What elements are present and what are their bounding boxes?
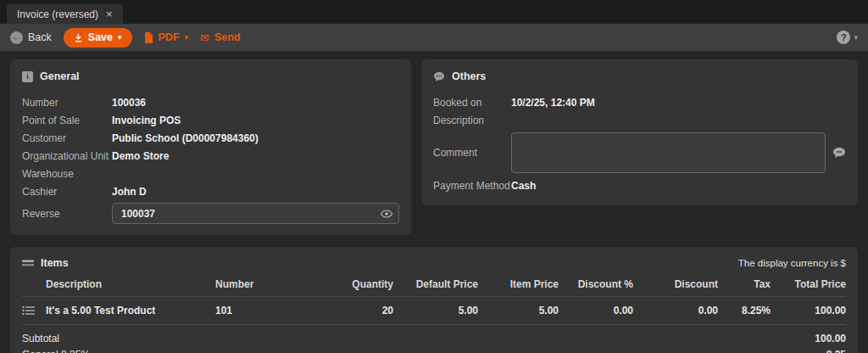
cell-discount-pct: 0.00: [559, 305, 633, 317]
tax-total-label: General 8.25%: [22, 349, 427, 353]
comment-textarea[interactable]: [511, 132, 826, 173]
cell-item-price: 5.00: [478, 305, 559, 317]
column-description: Description: [46, 278, 215, 290]
reverse-input[interactable]: [112, 203, 399, 224]
tax-total-row: General 8.25% 8.25: [22, 346, 846, 353]
general-panel-header: i General: [22, 70, 399, 82]
chevron-down-icon: ▾: [118, 34, 122, 42]
items-panel: Items The display currency is $ Descript…: [10, 247, 858, 353]
chevron-down-icon: ▾: [854, 33, 858, 42]
cell-quantity: 20: [292, 305, 393, 317]
others-panel-title: Others: [452, 70, 486, 82]
field-label: Warehouse: [22, 168, 112, 180]
save-label: Save: [88, 31, 113, 43]
send-button[interactable]: ✉ Send: [200, 31, 240, 44]
list-lines-icon: [22, 260, 34, 267]
column-tax: Tax: [718, 278, 771, 290]
field-value: Public School (D00007984360): [112, 132, 259, 144]
column-total-price: Total Price: [771, 278, 846, 290]
column-quantity: Quantity: [292, 278, 393, 290]
column-number: Number: [215, 278, 292, 290]
field-point-of-sale: Point of Sale Invoicing POS: [22, 111, 399, 129]
column-discount: Discount: [633, 278, 718, 290]
items-panel-title: Items: [41, 257, 69, 269]
field-label: Description: [433, 115, 511, 126]
items-column-headers: Description Number Quantity Default Pric…: [22, 274, 846, 297]
items-title-wrap: Items: [22, 257, 69, 269]
comment-bubble-icon[interactable]: [832, 147, 846, 159]
column-item-price: Item Price: [478, 278, 559, 290]
back-arrow-icon: ←: [10, 31, 23, 44]
items-panel-header: Items The display currency is $: [22, 257, 846, 269]
download-icon: [74, 33, 83, 42]
field-customer: Customer Public School (D00007984360): [22, 129, 399, 147]
field-value: 100036: [112, 97, 146, 109]
top-row: i General Number 100036 Point of Sale In…: [10, 59, 858, 235]
toolbar: ← Back Save ▾ PDF ▾ ✉ Send ? ▾: [0, 24, 868, 51]
column-default-price: Default Price: [393, 278, 478, 290]
table-row[interactable]: It's a 5.00 Test Product 101 20 5.00 5.0…: [22, 297, 846, 325]
reverse-input-wrap: [112, 203, 399, 224]
field-value: Cash: [511, 180, 536, 192]
totals-section: Subtotal 100.00 General 8.25% 8.25 TOTAL…: [22, 330, 846, 353]
field-value: John D: [112, 186, 147, 198]
field-reverse: Reverse: [22, 203, 399, 224]
chevron-down-icon: ▾: [185, 34, 189, 42]
subtotal-label: Subtotal: [22, 333, 427, 345]
info-icon: i: [22, 71, 33, 82]
pdf-file-icon: [144, 32, 153, 43]
send-label: Send: [214, 31, 241, 43]
field-cashier: Cashier John D: [22, 182, 399, 200]
field-description: Description: [433, 111, 846, 129]
save-button[interactable]: Save ▾: [64, 28, 132, 48]
tax-total-value: 8.25: [427, 349, 846, 353]
cell-discount: 0.00: [633, 305, 718, 317]
field-value: 10/2/25, 12:40 PM: [511, 97, 595, 109]
field-payment-method: Payment Method Cash: [433, 176, 846, 194]
field-value: Invoicing POS: [112, 115, 181, 126]
field-comment: Comment: [433, 132, 846, 173]
bulleted-list-icon[interactable]: [22, 305, 46, 316]
back-button[interactable]: ← Back: [10, 31, 52, 44]
eye-icon[interactable]: [381, 209, 392, 221]
general-panel: i General Number 100036 Point of Sale In…: [10, 59, 411, 235]
comment-area-wrap: [511, 132, 846, 173]
field-booked-on: Booked on 10/2/25, 12:40 PM: [433, 93, 846, 111]
content-area: i General Number 100036 Point of Sale In…: [0, 51, 868, 353]
others-panel: Others Booked on 10/2/25, 12:40 PM Descr…: [421, 59, 858, 205]
cell-number: 101: [215, 305, 292, 317]
field-organizational-unit: Organizational Unit Demo Store: [22, 147, 399, 165]
subtotal-value: 100.00: [427, 333, 846, 345]
field-label: Customer: [22, 132, 112, 144]
column-discount-pct: Discount %: [559, 278, 633, 290]
cell-total-price: 100.00: [771, 305, 846, 317]
field-number: Number 100036: [22, 93, 399, 111]
field-label: Reverse: [22, 208, 112, 220]
help-button[interactable]: ? ▾: [837, 31, 858, 44]
pdf-label: PDF: [159, 31, 180, 43]
cell-default-price: 5.00: [393, 305, 478, 317]
currency-note: The display currency is $: [738, 258, 846, 268]
field-label: Cashier: [22, 186, 112, 198]
field-value: Demo Store: [112, 150, 169, 162]
field-label: Payment Method: [433, 180, 511, 192]
field-warehouse: Warehouse: [22, 165, 399, 182]
field-label: Organizational Unit: [22, 150, 112, 162]
envelope-icon: ✉: [200, 31, 209, 44]
field-label: Point of Sale: [22, 115, 112, 126]
field-label: Number: [22, 97, 112, 109]
tab-bar: Invoice (reversed) ×: [0, 0, 868, 24]
tab-label: Invoice (reversed): [17, 8, 98, 20]
subtotal-row: Subtotal 100.00: [22, 330, 846, 346]
close-icon[interactable]: ×: [106, 8, 113, 20]
pdf-button[interactable]: PDF ▾: [144, 31, 189, 43]
cell-description: It's a 5.00 Test Product: [46, 305, 215, 317]
tab-invoice-reversed[interactable]: Invoice (reversed) ×: [7, 4, 123, 24]
general-panel-title: General: [40, 70, 80, 82]
field-label: Comment: [433, 147, 511, 159]
field-label: Booked on: [433, 97, 511, 109]
others-panel-header: Others: [433, 70, 846, 82]
chat-bubble-icon: [433, 71, 445, 82]
cell-tax: 8.25%: [718, 305, 771, 317]
help-icon: ?: [837, 31, 850, 44]
